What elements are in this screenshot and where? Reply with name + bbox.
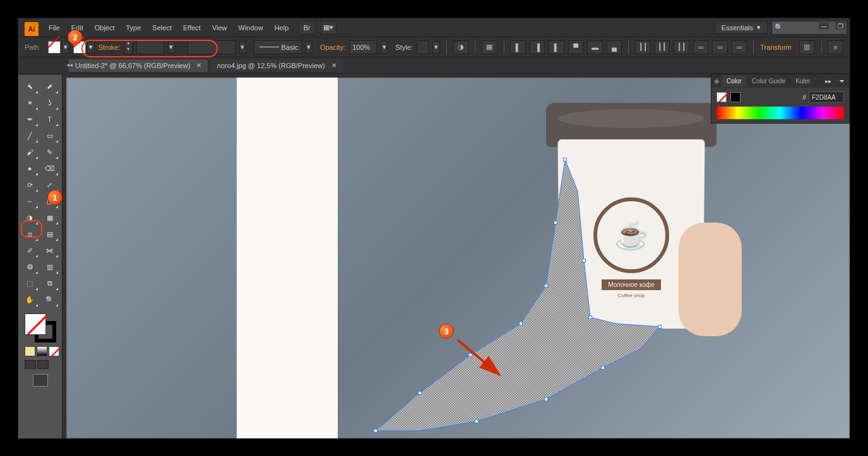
symbol-sprayer-tool[interactable]: ❂ [21,259,39,274]
bridge-button[interactable]: Br [299,21,315,35]
eraser-tool[interactable]: ⌫ [41,161,59,176]
align-bottom-button[interactable]: ▄ [607,40,622,54]
window-minimize[interactable]: — [818,21,829,30]
align-left-button[interactable]: ▌ [510,40,526,54]
selection-tool[interactable]: ⬉ [21,79,39,94]
distribute-bottom-button[interactable]: ═ [732,40,747,54]
anchor-point[interactable] [601,366,605,370]
color-tab[interactable]: Color [722,75,747,87]
anchor-point[interactable] [519,322,523,325]
line-tool[interactable]: ╱ [21,128,39,143]
color-stroke-swatch[interactable] [730,92,740,102]
distribute-top-button[interactable]: ═ [693,40,709,54]
blob-brush-tool[interactable]: ● [21,161,39,176]
anchor-point[interactable] [554,221,557,225]
screen-mode-full[interactable] [37,360,49,369]
blend-tool[interactable]: ⋈ [41,243,59,258]
anchor-point[interactable] [658,325,662,329]
menu-help[interactable]: Help [270,21,294,34]
opacity-field[interactable]: 100% [349,40,377,54]
stroke-label[interactable]: Stroke: [98,44,121,51]
width-tool[interactable]: ↔ [21,194,39,209]
anchor-point[interactable] [588,315,592,319]
transform-link[interactable]: Transform [760,44,792,51]
fill-indicator[interactable] [25,313,46,335]
workspace-switcher[interactable]: Essentials ▾ [715,21,768,34]
menu-file[interactable]: File [44,21,65,34]
anchor-point[interactable] [563,158,567,161]
control-bar-menu[interactable]: ≡ [828,40,843,54]
perspective-grid-tool[interactable]: ▦ [41,210,59,225]
close-tab-button[interactable]: ✕ [196,62,201,69]
selected-mesh-path[interactable] [66,78,729,438]
graphic-style-swatch[interactable] [417,40,429,54]
color-fill-swatch[interactable] [716,92,727,102]
color-guide-tab[interactable]: Color Guide [747,75,790,87]
zoom-tool[interactable]: 🔍 [41,292,59,307]
align-hcenter-button[interactable]: ▐ [530,40,545,54]
shape-builder-tool[interactable]: ◑ [21,210,39,225]
fill-dropdown[interactable]: ▾ [62,41,69,54]
document-tab-inactive[interactable]: лого4.jpg @ 12,5% (RGB/Preview) ✕ [210,59,342,72]
align-panel-button[interactable]: ▦ [482,40,497,54]
opacity-dropdown[interactable]: ▾ [381,41,388,54]
transform-panel-button[interactable]: ▥ [799,40,815,54]
stroke-weight-stepper[interactable]: ▲▼ [124,40,133,54]
menu-view[interactable]: View [207,21,232,34]
rotate-tool[interactable]: ⟳ [21,177,39,192]
close-tab-button[interactable]: ✕ [331,62,336,69]
gradient-tool[interactable]: ▤ [41,226,59,242]
anchor-point[interactable] [544,284,548,288]
arrange-documents-button[interactable]: ▦▾ [320,21,336,35]
menu-effect[interactable]: Effect [178,21,206,34]
variable-width-dropdown[interactable]: ▾ [239,41,246,54]
lasso-tool[interactable]: ʖ [41,95,59,110]
stroke-dropdown[interactable]: ▾ [87,41,95,54]
eyedropper-tool[interactable]: ✐ [21,243,39,258]
recolor-artwork-button[interactable]: ◑ [453,40,469,54]
distribute-vcenter-button[interactable]: ═ [712,40,728,54]
color-spectrum[interactable] [716,107,844,119]
hand-tool[interactable]: ✋ [21,292,39,307]
panel-grip-icon[interactable]: ◆ [711,74,722,88]
distribute-left-button[interactable]: ┃┃ [635,40,651,54]
anchor-point[interactable] [418,391,422,395]
window-maximize[interactable]: ❐ [835,21,846,30]
align-top-button[interactable]: ▀ [568,40,584,54]
column-graph-tool[interactable]: ▥ [41,259,59,274]
pencil-tool[interactable]: ✎ [41,144,59,160]
stroke-weight-dropdown[interactable]: ▾ [168,41,175,54]
fill-control[interactable]: ▾ [48,41,69,54]
artboard-tool[interactable]: ⬚ [21,276,39,291]
align-right-button[interactable]: ▌ [549,40,564,54]
fill-swatch-none[interactable] [48,41,61,54]
magic-wand-tool[interactable]: ✴ [21,95,39,110]
screen-mode-normal[interactable] [25,360,36,369]
align-vcenter-button[interactable]: ▬ [587,40,603,54]
slice-tool[interactable]: ⧉ [41,276,59,291]
color-mode-gradient[interactable] [37,346,47,356]
color-mode-none[interactable] [49,346,59,356]
menu-type[interactable]: Type [121,21,146,34]
menu-window[interactable]: Window [234,21,268,34]
direct-selection-tool[interactable]: ⬈ [41,79,59,94]
brush-definition[interactable]: Basic [254,40,302,54]
anchor-point[interactable] [582,259,586,262]
anchor-point[interactable] [475,419,479,423]
change-screen-mode[interactable] [33,374,48,387]
distribute-right-button[interactable]: ┃┃ [674,40,689,54]
kuler-tab[interactable]: Kuler [790,75,815,87]
collapse-tabstrip-button[interactable]: ◂◂ [66,61,73,68]
type-tool[interactable]: T [41,112,59,127]
brush-dropdown[interactable]: ▾ [306,41,312,54]
variable-width-profile[interactable] [187,40,235,54]
fill-stroke-indicator[interactable] [25,313,56,342]
rectangle-tool[interactable]: ▭ [41,128,59,143]
collapse-panel-button[interactable]: ⏷ [835,75,849,87]
color-mode-solid[interactable] [25,346,35,356]
mesh-tool[interactable]: ⧈ [21,226,39,242]
distribute-hcenter-button[interactable]: ┃┃ [655,40,670,54]
anchor-point[interactable] [374,429,378,433]
anchor-point[interactable] [544,397,548,401]
menu-object[interactable]: Object [90,21,120,34]
